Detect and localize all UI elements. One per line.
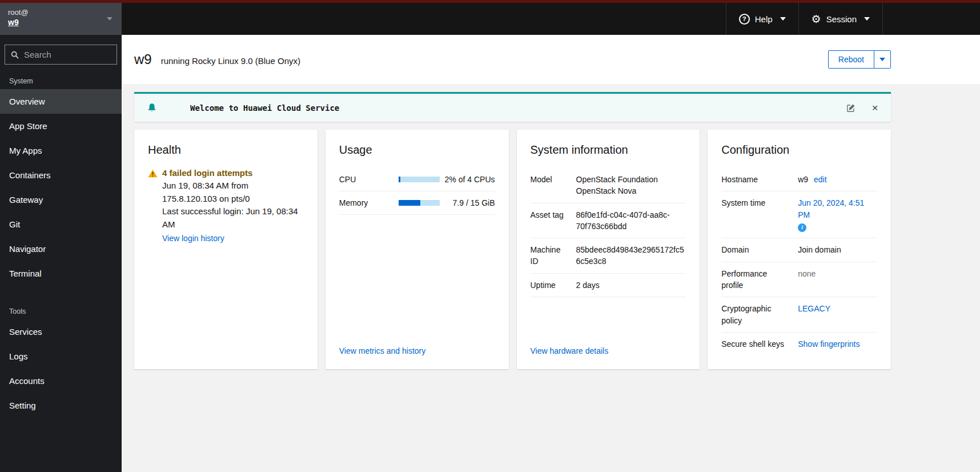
model-row: Model OpenStack Foundation OpenStack Nov… xyxy=(531,168,686,203)
failed-login-detail: Jun 19, 08:34 AM from 175.8.120.103 on p… xyxy=(162,179,304,205)
session-menu-label: Session xyxy=(826,14,857,24)
hostname-label: Hostname xyxy=(721,174,791,185)
view-hardware-details-link[interactable]: View hardware details xyxy=(531,346,686,355)
usage-card-title: Usage xyxy=(339,143,495,157)
sidebar-item-gateway[interactable]: Gateway xyxy=(0,187,122,212)
search-input[interactable] xyxy=(24,50,111,59)
pencil-icon xyxy=(846,103,856,113)
cpu-usage-row: CPU 2% of 4 CPUs xyxy=(339,168,495,191)
uptime-row: Uptime 2 days xyxy=(531,274,686,297)
hostname-value: w9 xyxy=(798,175,808,184)
sidebar-item-containers[interactable]: Containers xyxy=(0,163,122,187)
view-metrics-link[interactable]: View metrics and history xyxy=(339,346,495,355)
content-area: Welcome to Huawei Cloud Service ✕ xyxy=(122,84,980,472)
alert-banner: Welcome to Huawei Cloud Service ✕ xyxy=(134,92,891,122)
memory-usage-value: 7.9 / 15 GiB xyxy=(453,198,495,207)
memory-progress-fill xyxy=(399,200,420,206)
machine-id-value: 85bdeec8d49843e2965172fc56c5e3c8 xyxy=(576,244,686,267)
nav-section-system: System xyxy=(0,69,122,89)
cards-grid: Health 4 failed login attempts Jun 1 xyxy=(134,130,891,369)
sidebar-item-logs[interactable]: Logs xyxy=(0,344,122,369)
bell-icon xyxy=(147,103,157,113)
cpu-label: CPU xyxy=(339,175,399,184)
help-menu[interactable]: ? Help xyxy=(726,3,798,35)
asset-tag-value: 86f0e1fd-c04c-407d-aa8c-70f763c66bdd xyxy=(576,209,686,233)
ssh-keys-label: Secure shell keys xyxy=(721,338,791,350)
page-title: w9 xyxy=(134,51,152,67)
usage-card: Usage CPU 2% of 4 CPUs Memory 7.9 / xyxy=(326,130,509,369)
sidebar-item-terminal[interactable]: Terminal xyxy=(0,261,122,286)
search-icon xyxy=(11,51,19,59)
cpu-progress-fill xyxy=(399,177,400,182)
chevron-down-icon xyxy=(864,17,870,21)
configuration-card: Configuration Hostname w9 edit System ti… xyxy=(708,130,891,369)
failed-logins-title: 4 failed login attempts xyxy=(162,168,252,178)
host-block: w9 running Rocky Linux 9.0 (Blue Onyx) xyxy=(134,51,300,67)
model-label: Model xyxy=(531,174,566,197)
gear-icon: ⚙ xyxy=(812,14,821,25)
memory-label: Memory xyxy=(339,198,399,207)
domain-row: Domain Join domain xyxy=(721,238,877,262)
os-description: running Rocky Linux 9.0 (Blue Onyx) xyxy=(161,56,300,66)
sidebar-item-navigator[interactable]: Navigator xyxy=(0,237,122,261)
crypto-policy-link[interactable]: LEGACY xyxy=(798,303,830,314)
model-value: OpenStack Foundation OpenStack Nova xyxy=(576,174,686,197)
join-domain-link[interactable]: Join domain xyxy=(798,244,841,255)
performance-profile-row: Performance profile none xyxy=(721,262,877,298)
chevron-down-icon xyxy=(879,58,885,61)
last-successful-login: Last successful login: Jun 19, 08:34 AM xyxy=(162,205,304,231)
sidebar-item-accounts[interactable]: Accounts xyxy=(0,369,122,393)
crypto-policy-row: Cryptographic policy LEGACY xyxy=(721,297,877,333)
session-menu[interactable]: ⚙ Session xyxy=(798,3,883,35)
nav-section-tools: Tools xyxy=(0,299,122,319)
memory-usage-row: Memory 7.9 / 15 GiB xyxy=(339,191,495,215)
uptime-value: 2 days xyxy=(576,279,600,291)
hostname-edit-link[interactable]: edit xyxy=(814,175,827,184)
sidebar: root@ w9 System Overview App Store My Ap… xyxy=(0,3,122,472)
close-icon: ✕ xyxy=(871,103,878,113)
sidebar-item-my-apps[interactable]: My Apps xyxy=(0,138,122,163)
sidebar-search xyxy=(0,35,122,69)
system-info-card: System information Model OpenStack Found… xyxy=(517,130,700,369)
system-time-row: System time Jun 20, 2024, 4:51 PM i xyxy=(721,191,877,238)
app-layout: root@ w9 System Overview App Store My Ap… xyxy=(0,3,980,472)
system-time-label: System time xyxy=(721,197,791,209)
hostname-row: Hostname w9 edit xyxy=(721,168,877,191)
info-icon[interactable]: i xyxy=(798,223,806,232)
machine-id-row: Machine ID 85bdeec8d49843e2965172fc56c5e… xyxy=(531,238,686,274)
view-login-history-link[interactable]: View login history xyxy=(162,234,304,243)
reboot-button[interactable]: Reboot xyxy=(828,50,874,69)
crypto-policy-label: Cryptographic policy xyxy=(721,303,791,326)
sidebar-item-git[interactable]: Git xyxy=(0,212,122,237)
help-icon: ? xyxy=(739,14,750,25)
memory-progress-bar xyxy=(399,200,440,206)
cpu-progress-bar xyxy=(399,177,440,182)
user-menu[interactable]: root@ w9 xyxy=(0,3,122,35)
sidebar-item-app-store[interactable]: App Store xyxy=(0,114,122,138)
alert-close-button[interactable]: ✕ xyxy=(871,103,878,113)
health-card: Health 4 failed login attempts Jun 1 xyxy=(134,130,318,369)
machine-id-label: Machine ID xyxy=(531,244,566,267)
show-fingerprints-link[interactable]: Show fingerprints xyxy=(798,338,859,350)
alert-title: Welcome to Huawei Cloud Service xyxy=(190,103,339,113)
system-time-link[interactable]: Jun 20, 2024, 4:51 PM xyxy=(798,198,864,219)
main-column: ? Help ⚙ Session w9 running Rocky Linux … xyxy=(122,3,980,472)
system-info-card-title: System information xyxy=(531,143,686,157)
alert-edit-button[interactable] xyxy=(846,103,856,113)
performance-profile-value[interactable]: none xyxy=(798,268,816,279)
chevron-down-icon xyxy=(780,17,786,21)
domain-label: Domain xyxy=(721,244,791,255)
performance-profile-label: Performance profile xyxy=(721,268,791,291)
asset-tag-label: Asset tag xyxy=(531,209,566,233)
cpu-usage-value: 2% of 4 CPUs xyxy=(445,175,495,184)
sidebar-item-services[interactable]: Services xyxy=(0,319,122,344)
sidebar-item-setting[interactable]: Setting xyxy=(0,393,122,418)
masthead: ? Help ⚙ Session xyxy=(122,3,980,35)
sidebar-item-overview[interactable]: Overview xyxy=(0,89,122,114)
reboot-dropdown-toggle[interactable] xyxy=(874,50,891,69)
asset-tag-row: Asset tag 86f0e1fd-c04c-407d-aa8c-70f763… xyxy=(531,203,686,239)
user-menu-hostname: w9 xyxy=(8,18,114,27)
reboot-split-button: Reboot xyxy=(828,50,891,69)
search-box[interactable] xyxy=(5,45,117,65)
help-menu-label: Help xyxy=(755,14,773,24)
